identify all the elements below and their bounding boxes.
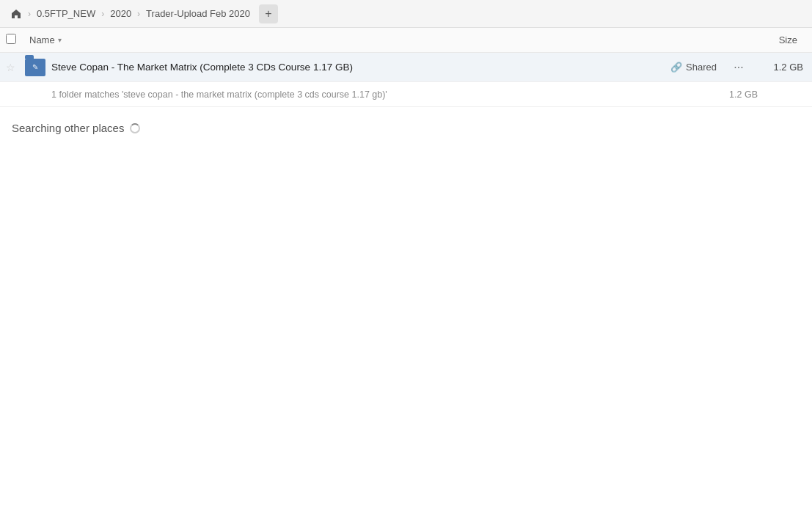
match-size: 1.2 GB <box>729 89 761 100</box>
shared-badge[interactable]: 🔗 Shared <box>665 60 723 74</box>
name-column-header[interactable]: Name ▾ <box>26 33 747 47</box>
file-size: 1.2 GB <box>755 62 806 73</box>
match-info-row: 1 folder matches 'steve copan - the mark… <box>0 82 812 107</box>
separator-2: › <box>101 9 104 19</box>
breadcrumb-item-ftp[interactable]: 0.5FTP_NEW <box>32 7 100 21</box>
column-header-row: Name ▾ Size <box>0 28 812 53</box>
breadcrumb-item-2020[interactable]: 2020 <box>106 7 136 21</box>
size-column-header: Size <box>747 34 806 45</box>
select-all-checkbox[interactable] <box>6 34 16 44</box>
name-sort-icon: ▾ <box>58 36 62 44</box>
separator-1: › <box>28 9 31 19</box>
folder-icon: ✎ <box>25 59 45 76</box>
select-all-checkbox-wrap[interactable] <box>6 34 26 46</box>
match-text: 1 folder matches 'steve copan - the mark… <box>51 89 729 100</box>
searching-section: Searching other places <box>0 107 812 149</box>
more-options-button[interactable]: ··· <box>728 57 749 78</box>
more-icon: ··· <box>734 61 743 74</box>
file-row[interactable]: ☆ ✎ Steve Copan - The Market Matrix (Com… <box>0 53 812 82</box>
home-button[interactable] <box>6 5 26 23</box>
folder-symbol: ✎ <box>32 63 38 71</box>
add-tab-button[interactable]: + <box>259 4 278 23</box>
breadcrumb-bar: › 0.5FTP_NEW › 2020 › Trader-Upload Feb … <box>0 0 812 28</box>
shared-label: Shared <box>686 62 717 73</box>
file-name: Steve Copan - The Market Matrix (Complet… <box>51 62 665 73</box>
searching-label: Searching other places <box>12 122 124 134</box>
star-button[interactable]: ☆ <box>6 62 23 73</box>
folder-icon-wrap: ✎ <box>23 56 47 79</box>
breadcrumb-item-trader[interactable]: Trader-Upload Feb 2020 <box>142 7 255 21</box>
separator-3: › <box>137 9 140 19</box>
searching-spinner <box>130 123 140 133</box>
link-icon: 🔗 <box>670 62 682 73</box>
